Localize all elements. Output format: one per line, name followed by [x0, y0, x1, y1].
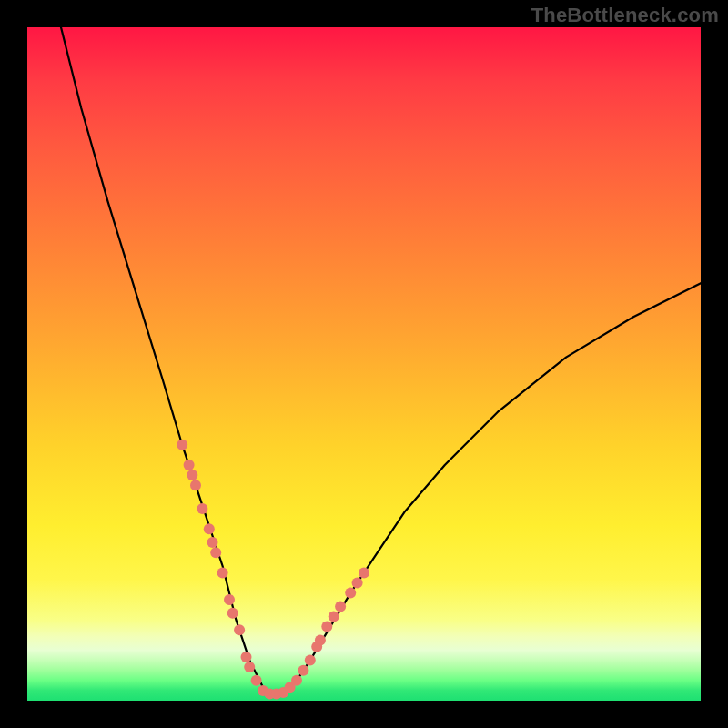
marker-dot	[315, 634, 326, 645]
curve-bottleneck-curve	[61, 27, 701, 694]
marker-dot	[187, 470, 197, 480]
marker-dot	[241, 652, 252, 662]
marker-dot	[251, 675, 262, 686]
marker-dot	[234, 624, 245, 635]
marker-dot	[291, 675, 302, 686]
marker-dot	[224, 594, 235, 605]
marker-dot	[197, 503, 207, 514]
marker-dot	[335, 601, 346, 612]
chart-container: TheBottleneck.com	[0, 0, 728, 728]
marker-dot	[298, 665, 308, 676]
marker-dot	[321, 622, 332, 632]
marker-dot	[244, 662, 255, 672]
marker-dot	[352, 578, 363, 589]
plot-area	[27, 27, 701, 701]
marker-dot	[177, 440, 187, 450]
watermark-text: TheBottleneck.com	[531, 4, 719, 27]
marker-dot	[204, 523, 215, 534]
marker-dot	[305, 655, 316, 666]
marker-dot	[210, 547, 221, 558]
marker-dot	[184, 460, 195, 470]
marker-dot	[228, 608, 238, 619]
marker-dot	[359, 567, 369, 578]
marker-dot	[217, 567, 228, 578]
marker-dot	[329, 612, 339, 622]
marker-dot	[190, 480, 201, 490]
marker-dot	[207, 537, 218, 548]
chart-svg	[27, 27, 701, 701]
marker-dot	[345, 588, 356, 599]
